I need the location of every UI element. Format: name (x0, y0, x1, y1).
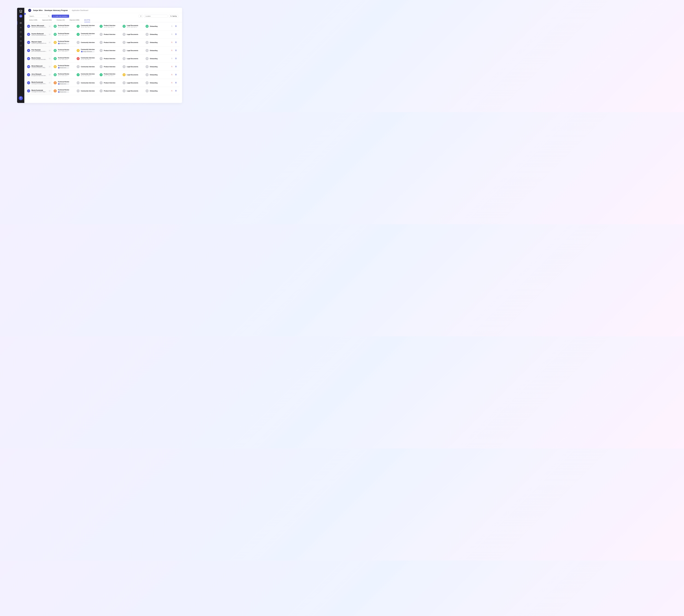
stage-legal[interactable]: Legal Documents (121, 65, 144, 68)
stage-product[interactable]: Product InterviewNov 25, 2022 GMT+1 (98, 73, 121, 76)
nav-messages[interactable] (17, 39, 24, 43)
tab-rejected[interactable]: Rejected (1890) (70, 19, 79, 22)
nav-members[interactable] (17, 25, 24, 30)
location-input[interactable] (144, 15, 167, 18)
workspace-badge[interactable]: SW (19, 15, 22, 18)
help-button[interactable]: ? (19, 96, 23, 100)
person-cell[interactable]: JG Jerzy Głowacki jerzy.glowacki@nexocod… (24, 71, 52, 79)
stage-product[interactable]: Product Interview (98, 57, 121, 60)
stage-technical[interactable]: Technical ReviewNov 18, 2022 GMT+1 (52, 73, 75, 76)
stage-pill[interactable]: !Review form (58, 67, 69, 69)
stage-product[interactable]: Product InterviewOct 19, 2022 GMT+2 (98, 25, 121, 28)
stage-legal[interactable]: Legal DocumentsOct 19, 2022 GMT+2 (121, 25, 144, 28)
expand-row-button[interactable] (49, 58, 51, 60)
clipboard-action-button[interactable] (175, 65, 177, 68)
stage-onboarding[interactable]: Onboarding (144, 33, 167, 36)
person-cell[interactable]: WG Wojciech Gębiś wojciech.gebis@gmail.c… (24, 39, 52, 46)
clipboard-action-button[interactable] (175, 82, 177, 84)
applicant-rows[interactable]: BW Bartosz Wilczewski bartosz.wilczewski… (24, 22, 182, 103)
user-action-button[interactable] (171, 82, 173, 84)
nav-applications[interactable] (17, 21, 24, 25)
tab-all[interactable]: All (3776) (84, 19, 90, 22)
expand-row-button[interactable] (49, 90, 51, 92)
stage-pill[interactable]: !Assign Interviewer (81, 51, 95, 52)
stage-technical[interactable]: Technical Review!Review form (52, 81, 75, 85)
clipboard-action-button[interactable] (175, 41, 177, 44)
stage-community[interactable]: Community Interview!Assign Interviewer (75, 49, 98, 52)
stage-onboarding[interactable]: Onboarding (144, 25, 167, 28)
person-cell[interactable]: SB Szymon Bednarski szymon.bednarski@nex… (24, 30, 52, 38)
clipboard-action-button[interactable] (175, 73, 177, 76)
stage-technical[interactable]: Technical Review!Review form (52, 65, 75, 69)
stage-onboarding[interactable]: Onboarding (144, 65, 167, 68)
user-action-button[interactable] (171, 73, 173, 76)
stage-technical[interactable]: Technical ReviewOct 19, 2022 GMT+2 (52, 57, 75, 60)
stage-product[interactable]: Product Interview (98, 65, 121, 68)
stage-pill[interactable]: !Review form (58, 83, 69, 85)
stage-onboarding[interactable]: Onboarding (144, 81, 167, 84)
invite-members-button[interactable]: Invite new members (52, 15, 69, 18)
expand-row-button[interactable] (49, 33, 51, 36)
expand-row-button[interactable] (49, 82, 51, 84)
user-action-button[interactable] (171, 25, 173, 27)
person-cell[interactable]: MG Maciej Gumieniak maciej.gumieniak@nex… (24, 79, 52, 87)
stage-technical[interactable]: Technical ReviewOct 19, 2022 GMT+2 (52, 25, 75, 28)
stage-legal[interactable]: Legal Documents (121, 81, 144, 84)
user-action-button[interactable] (171, 57, 173, 60)
clipboard-action-button[interactable] (175, 57, 177, 60)
stage-product[interactable]: Product Interview (98, 49, 121, 52)
clipboard-action-button[interactable] (175, 25, 177, 27)
person-cell[interactable]: MG Maciej Gumieniak maciejgumieniak007@g… (24, 87, 52, 95)
stage-community[interactable]: Community Interview (75, 41, 98, 44)
nav-sync[interactable] (17, 43, 24, 48)
expand-row-button[interactable] (49, 41, 51, 44)
stage-legal[interactable]: Legal Documents (121, 57, 144, 60)
stage-pill[interactable]: !Review form (58, 43, 69, 44)
stage-product[interactable]: Product Interview (98, 41, 121, 44)
stage-community[interactable]: Community Interview (75, 89, 98, 92)
nav-forms[interactable] (17, 30, 24, 34)
stage-onboarding[interactable]: Onboarding (144, 73, 167, 76)
stage-community[interactable]: Community Interview (75, 65, 98, 68)
stage-technical[interactable]: Technical ReviewNov 17, 2022 GMT+1 (52, 49, 75, 52)
stage-community[interactable]: Community InterviewOct 19, 2022 GMT+2 (75, 57, 98, 60)
clipboard-action-button[interactable] (175, 33, 177, 36)
tab-overdue[interactable]: Overdue (33) (56, 19, 65, 22)
stage-onboarding[interactable]: Onboarding (144, 49, 167, 52)
clipboard-action-button[interactable] (175, 49, 177, 52)
stage-product[interactable]: Product Interview (98, 89, 121, 92)
expand-row-button[interactable] (49, 74, 51, 76)
stage-product[interactable]: Product Interview (98, 33, 121, 36)
stage-technical[interactable]: Technical ReviewOct 19, 2022 GMT+2 (52, 33, 75, 36)
search-input[interactable] (28, 15, 50, 18)
sort-button[interactable]: Sort by (169, 15, 178, 18)
person-cell[interactable]: MM Michal Makowski menteemichaladvocu@gm… (24, 63, 52, 71)
expand-row-button[interactable] (49, 25, 51, 27)
stage-community[interactable]: Community InterviewOct 19, 2022 GMT+2 (75, 33, 98, 36)
stage-onboarding[interactable]: Onboarding (144, 89, 167, 92)
stage-legal[interactable]: Legal Documents (121, 49, 144, 52)
workspace-expand-button[interactable] (24, 13, 26, 15)
tab-approved[interactable]: Approved (504) (42, 19, 52, 22)
user-action-button[interactable] (171, 65, 173, 68)
nav-reports[interactable] (17, 34, 24, 39)
user-action-button[interactable] (171, 49, 173, 52)
stage-community[interactable]: Community Interview (75, 81, 98, 84)
stage-community[interactable]: Community InterviewOct 19, 2022 GMT+2 (75, 25, 98, 28)
person-cell[interactable]: PR Piotr Rasiński piotr.rasinski@nexocod… (24, 47, 52, 54)
tab-active[interactable]: Active (1349) (29, 19, 37, 22)
user-action-button[interactable] (171, 41, 173, 44)
stage-community[interactable]: Community InterviewNov 18, 2022 GMT+1 (75, 73, 98, 76)
stage-pill[interactable]: !Review form (58, 91, 69, 93)
stage-technical[interactable]: Technical Review!Review form (52, 41, 75, 44)
filter-button[interactable] (139, 15, 143, 18)
stage-product[interactable]: Product Interview (98, 81, 121, 84)
person-cell[interactable]: BW Bartosz Wilczewski bartosz.wilczewski… (24, 22, 52, 30)
expand-row-button[interactable] (49, 66, 51, 68)
stage-legal[interactable]: Legal Documents (121, 41, 144, 44)
user-action-button[interactable] (171, 33, 173, 36)
stage-onboarding[interactable]: Onboarding (144, 41, 167, 44)
stage-legal[interactable]: Legal Documents (121, 89, 144, 92)
stage-onboarding[interactable]: Onboarding (144, 57, 167, 60)
clipboard-action-button[interactable] (175, 90, 177, 92)
